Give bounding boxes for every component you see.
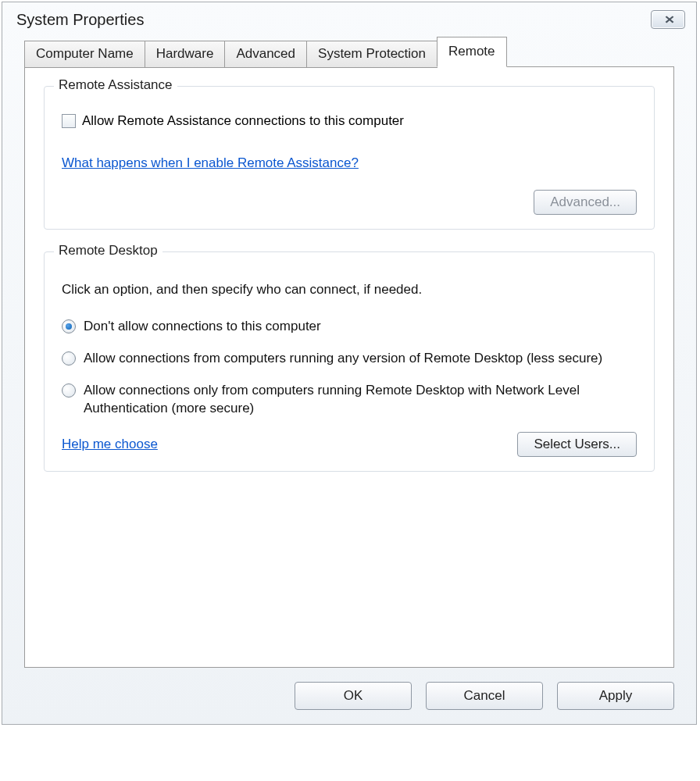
allow-remote-assistance-row: Allow Remote Assistance connections to t… [62,113,637,129]
allow-remote-assistance-label: Allow Remote Assistance connections to t… [82,113,404,129]
tab-strip: Computer Name Hardware Advanced System P… [24,37,674,67]
cancel-button[interactable]: Cancel [426,682,543,710]
ok-button[interactable]: OK [295,682,412,710]
radio-any-version-label: Allow connections from computers running… [84,350,602,368]
system-properties-window: System Properties ✕ Computer Name Hardwa… [2,2,697,725]
tab-area: Computer Name Hardware Advanced System P… [24,37,674,668]
radio-option-nla: Allow connections only from computers ru… [62,382,637,418]
help-me-choose-link[interactable]: Help me choose [62,437,158,452]
tab-computer-name[interactable]: Computer Name [24,41,145,68]
dialog-button-row: OK Cancel Apply [2,682,674,710]
radio-option-dont-allow: Don't allow connections to this computer [62,318,637,336]
tab-system-protection[interactable]: System Protection [306,41,438,68]
group-remote-assistance: Remote Assistance Allow Remote Assistanc… [44,86,655,230]
remote-assistance-button-row: Advanced... [62,190,637,215]
remote-desktop-description: Click an option, and then specify who ca… [62,282,637,298]
radio-dont-allow-label: Don't allow connections to this computer [84,318,321,336]
tab-remote[interactable]: Remote [437,37,507,67]
radio-dont-allow[interactable] [62,319,76,333]
remote-assistance-advanced-button[interactable]: Advanced... [534,190,637,215]
remote-desktop-bottom-row: Help me choose Select Users... [62,432,637,457]
group-remote-desktop: Remote Desktop Click an option, and then… [44,251,655,472]
tab-advanced[interactable]: Advanced [224,41,307,68]
tab-hardware[interactable]: Hardware [145,41,226,68]
window-title: System Properties [16,11,144,29]
select-users-button[interactable]: Select Users... [517,432,637,457]
close-icon: ✕ [664,13,673,26]
radio-nla[interactable] [62,383,76,398]
radio-option-any-version: Allow connections from computers running… [62,350,637,368]
remote-assistance-help-link[interactable]: What happens when I enable Remote Assist… [62,155,359,171]
tab-panel-remote: Remote Assistance Allow Remote Assistanc… [24,66,674,668]
group-remote-desktop-legend: Remote Desktop [54,243,162,259]
radio-any-version[interactable] [62,351,76,366]
group-remote-assistance-legend: Remote Assistance [54,77,177,93]
close-button[interactable]: ✕ [651,10,685,29]
allow-remote-assistance-checkbox[interactable] [62,114,76,128]
titlebar: System Properties ✕ [2,2,696,37]
apply-button[interactable]: Apply [557,682,674,710]
radio-nla-label: Allow connections only from computers ru… [84,382,637,418]
